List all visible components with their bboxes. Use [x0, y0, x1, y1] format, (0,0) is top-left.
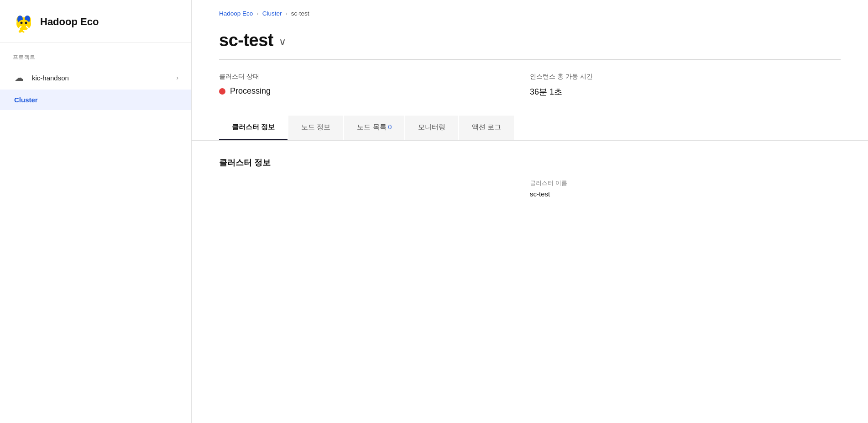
- title-dropdown-icon[interactable]: ∨: [279, 36, 286, 48]
- tab-node-info-label: 노드 정보: [301, 123, 330, 131]
- sidebar-header: Hadoop Eco: [0, 0, 191, 42]
- cluster-status-label: 클러스터 상태: [219, 73, 530, 81]
- svg-point-6: [21, 22, 23, 24]
- title-divider: [219, 59, 841, 60]
- cluster-name-value: sc-test: [530, 190, 841, 198]
- cloud-icon: ☁: [13, 71, 26, 84]
- uptime-col: 인스턴스 총 가동 시간 36분 1초: [530, 73, 841, 97]
- page-title-row: sc-test ∨: [192, 23, 868, 55]
- chevron-right-icon: ›: [176, 74, 178, 81]
- sidebar-item-cluster[interactable]: Cluster: [0, 90, 191, 110]
- tabs-bar: 클러스터 정보 노드 정보 노드 목록0 모니터링 액션 로그: [192, 116, 868, 141]
- sidebar-project-item[interactable]: ☁ kic-handson ›: [0, 66, 191, 90]
- tab-action-log-label: 액션 로그: [472, 123, 501, 131]
- cluster-info-section-title: 클러스터 정보: [219, 157, 841, 168]
- cluster-status-value-row: Processing: [219, 86, 530, 96]
- uptime-value: 36분 1초: [530, 86, 841, 97]
- breadcrumb-cluster[interactable]: Cluster: [262, 10, 282, 17]
- page-title: sc-test: [219, 31, 273, 50]
- tab-node-list-label: 노드 목록: [357, 123, 386, 131]
- tab-cluster-info-label: 클러스터 정보: [232, 123, 275, 131]
- status-dot-processing: [219, 88, 225, 95]
- tab-node-list[interactable]: 노드 목록0: [344, 116, 404, 140]
- elephant-icon: [13, 11, 35, 33]
- tab-cluster-info[interactable]: 클러스터 정보: [219, 116, 288, 140]
- app-title: Hadoop Eco: [40, 16, 99, 28]
- cluster-info-grid: 클러스터 이름 sc-test: [219, 179, 841, 198]
- sidebar-item-cluster-label: Cluster: [14, 96, 38, 104]
- cluster-info-left-col: [219, 179, 530, 198]
- cluster-status-text: Processing: [230, 86, 271, 96]
- breadcrumb-separator-1: ›: [256, 10, 258, 17]
- cluster-info-right-col: 클러스터 이름 sc-test: [530, 179, 841, 198]
- breadcrumb-separator-2: ›: [285, 10, 287, 17]
- tab-action-log[interactable]: 액션 로그: [459, 116, 514, 140]
- breadcrumb-current: sc-test: [291, 10, 309, 17]
- tab-node-info[interactable]: 노드 정보: [288, 116, 343, 140]
- tab-node-list-badge: 0: [388, 123, 392, 131]
- breadcrumb-hadoop-eco[interactable]: Hadoop Eco: [219, 10, 253, 17]
- project-name: kic-handson: [32, 74, 170, 82]
- sidebar-section-label: 프로젝트: [0, 42, 191, 66]
- cluster-info-section: 클러스터 정보 클러스터 이름 sc-test: [192, 141, 868, 198]
- cluster-name-field: 클러스터 이름 sc-test: [530, 179, 841, 198]
- cluster-name-label: 클러스터 이름: [530, 179, 841, 187]
- cluster-status-col: 클러스터 상태 Processing: [219, 73, 530, 97]
- breadcrumb: Hadoop Eco › Cluster › sc-test: [192, 0, 868, 23]
- sidebar: Hadoop Eco 프로젝트 ☁ kic-handson › Cluster: [0, 0, 192, 423]
- uptime-label: 인스턴스 총 가동 시간: [530, 73, 841, 81]
- status-section: 클러스터 상태 Processing 인스턴스 총 가동 시간 36분 1초: [192, 73, 868, 97]
- svg-point-7: [25, 22, 27, 24]
- main-content: Hadoop Eco › Cluster › sc-test sc-test ∨…: [192, 0, 868, 423]
- tab-monitoring-label: 모니터링: [418, 123, 445, 131]
- tab-monitoring[interactable]: 모니터링: [405, 116, 458, 140]
